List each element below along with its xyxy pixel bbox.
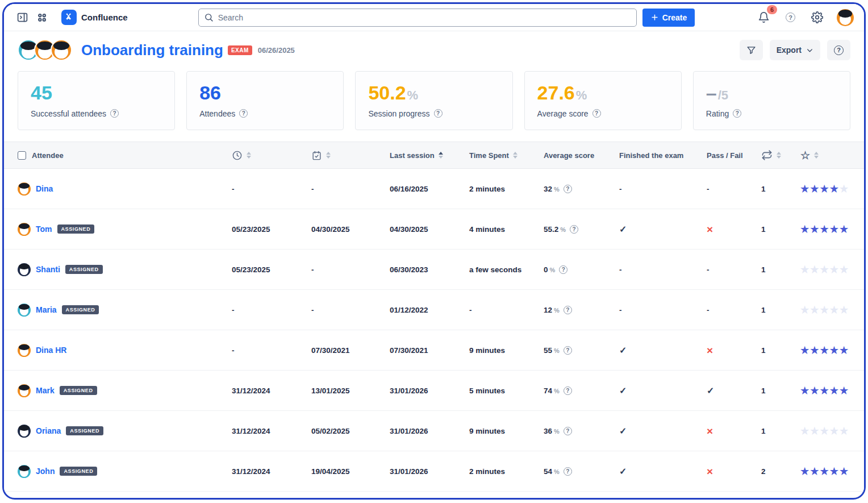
help-icon[interactable]: [564, 386, 572, 395]
help-icon[interactable]: [783, 10, 798, 24]
pass-fail-cell: ×: [688, 426, 760, 437]
average-score-cell: 0 %: [541, 265, 615, 274]
finished-exam-cell: ✓: [615, 466, 688, 477]
top-navigation-bar: Confluence Create 6: [4, 4, 864, 31]
attendee-avatar: [18, 182, 31, 196]
pass-fail-cell: -: [688, 265, 760, 274]
stat-card-successful-attendees: 45 Successful attendees: [18, 71, 175, 130]
page-help-button[interactable]: [827, 40, 850, 60]
due-date-cell: -: [302, 185, 382, 193]
stat-card-session-progress: 50.2% Session progress: [355, 71, 512, 130]
filter-button[interactable]: [740, 40, 763, 60]
column-header-finished-exam: Finished the exam: [619, 151, 683, 160]
attempts-cell: 1: [760, 346, 794, 355]
app-switcher-icon[interactable]: [34, 10, 50, 26]
help-icon[interactable]: [564, 306, 572, 314]
export-button[interactable]: Export: [770, 40, 820, 60]
average-score-cell: 36 %: [541, 427, 615, 435]
training-date: 06/26/2025: [258, 46, 295, 55]
settings-gear-icon[interactable]: [809, 9, 825, 26]
sort-control-active[interactable]: [439, 152, 443, 159]
attendee-name-link[interactable]: Tom: [36, 225, 52, 234]
assigned-badge: ASSIGNED: [62, 305, 99, 314]
sort-control[interactable]: [247, 152, 251, 159]
help-icon[interactable]: [434, 109, 443, 118]
stat-label: Attendees: [199, 109, 235, 118]
export-button-label: Export: [777, 45, 802, 55]
create-button[interactable]: Create: [642, 9, 695, 27]
last-session-cell: 04/30/2025: [382, 225, 467, 234]
sidebar-toggle-icon[interactable]: [14, 9, 31, 26]
app-window: Confluence Create 6: [2, 2, 866, 500]
stat-label: Average score: [537, 109, 589, 118]
stat-suffix: /5: [718, 88, 728, 102]
attendee-name-link[interactable]: Shanti: [36, 265, 60, 274]
sort-control[interactable]: [777, 152, 781, 159]
help-icon[interactable]: [110, 109, 119, 118]
help-icon[interactable]: [570, 225, 578, 234]
help-icon[interactable]: [564, 346, 572, 355]
notifications-bell-icon[interactable]: 6: [756, 9, 772, 26]
rating-stars: ★★★★★: [794, 225, 864, 234]
attendee-name-link[interactable]: Oriana: [36, 426, 61, 435]
stat-label: Session progress: [368, 109, 429, 118]
start-date-clock-icon: [232, 150, 243, 161]
sort-control[interactable]: [513, 152, 518, 159]
attendee-name-link[interactable]: John: [36, 467, 55, 476]
attendee-avatar: [18, 384, 31, 397]
finished-exam-cell: -: [615, 306, 688, 314]
select-all-checkbox[interactable]: [18, 151, 26, 160]
help-icon[interactable]: [733, 109, 741, 118]
stat-value: 45: [31, 82, 52, 103]
pass-fail-cell: -: [688, 306, 760, 314]
search-input[interactable]: [198, 9, 637, 27]
last-session-cell: 31/01/2026: [382, 386, 467, 395]
stat-card-average-score: 27.6% Average score: [524, 71, 682, 130]
help-icon[interactable]: [564, 185, 572, 193]
chevron-down-icon: [806, 47, 813, 54]
start-date-cell: 31/12/2024: [223, 467, 302, 476]
finished-exam-cell: ✓: [615, 224, 688, 235]
help-icon[interactable]: [592, 109, 601, 118]
percent-sign: %: [554, 468, 560, 475]
help-icon[interactable]: [564, 427, 572, 435]
rating-stars: ★★★★★: [794, 346, 864, 355]
search-icon: [204, 13, 214, 24]
stat-label: Successful attendees: [31, 109, 106, 118]
time-spent-cell: 9 minutes: [467, 427, 541, 435]
user-avatar[interactable]: [837, 9, 854, 26]
stat-value: 27.6: [537, 82, 575, 103]
attendee-avatar: [18, 344, 31, 357]
due-date-cell: 07/30/2021: [302, 346, 382, 355]
pass-fail-cell: ×: [688, 345, 760, 356]
average-score-cell: 55.2 %: [541, 225, 615, 234]
finished-exam-cell: -: [615, 185, 688, 193]
due-date-calendar-icon: [311, 150, 322, 161]
time-spent-cell: 2 minutes: [467, 185, 541, 193]
confluence-logo-icon[interactable]: [61, 10, 77, 25]
sort-control[interactable]: [814, 152, 819, 159]
stat-card-attendees: 86 Attendees: [186, 71, 344, 130]
finished-exam-cell: ✓: [615, 426, 688, 437]
attendee-name-link[interactable]: Dina: [36, 184, 53, 193]
last-session-cell: 31/01/2026: [382, 467, 467, 476]
table-row: Dina - - 06/16/2025 2 minutes 32 % - - 1…: [4, 169, 864, 209]
app-name: Confluence: [81, 13, 128, 22]
percent-sign: %: [560, 226, 566, 233]
attendee-name-link[interactable]: Maria: [36, 305, 57, 314]
help-icon[interactable]: [559, 265, 567, 274]
help-icon[interactable]: [239, 109, 248, 118]
table-row: Maria ASSIGNED - - 01/12/2022 - 12 % - -…: [4, 290, 864, 330]
help-icon[interactable]: [564, 467, 572, 476]
attendee-name-link[interactable]: Mark: [36, 386, 55, 395]
start-date-cell: 31/12/2024: [223, 386, 302, 395]
attendee-avatar: [18, 304, 31, 317]
sort-control[interactable]: [326, 152, 331, 159]
pass-fail-cell: ×: [688, 466, 760, 477]
percent-sign: %: [554, 307, 560, 314]
average-score-cell: 74 %: [541, 386, 615, 395]
percent-sign: %: [554, 347, 560, 354]
attendee-name-link[interactable]: Dina HR: [36, 346, 66, 355]
column-header-last-session: Last session: [390, 151, 435, 160]
start-date-cell: -: [223, 306, 302, 314]
